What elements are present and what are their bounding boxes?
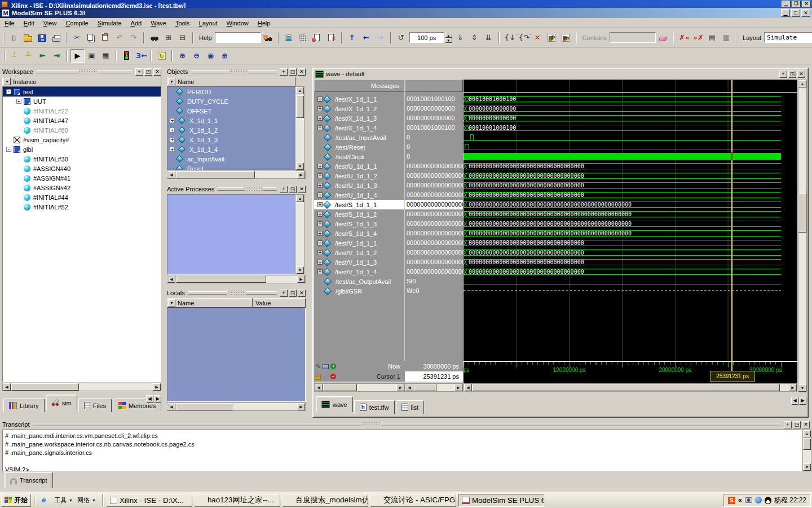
filter-next-button[interactable]: »✗ xyxy=(691,31,705,45)
scroll-down-icon[interactable]: ▼ xyxy=(803,463,811,471)
wave-name-test-reset[interactable]: /test/Reset xyxy=(314,142,404,152)
environment-up-button[interactable]: ↑ xyxy=(345,31,359,45)
sogou-icon[interactable]: S xyxy=(728,497,735,504)
maximize-button[interactable]: □ xyxy=(791,9,800,17)
print-button[interactable] xyxy=(49,31,63,45)
cursor-time-flag[interactable]: 25391231 ps xyxy=(710,371,755,382)
undock-icon[interactable]: ◳ xyxy=(289,290,297,297)
task-hao123[interactable]: hao123网址之家--... xyxy=(195,494,280,507)
scroll-left-icon[interactable]: ◀ xyxy=(167,403,175,410)
tab-scroll-left-icon[interactable]: ◀ xyxy=(146,395,153,403)
undock-icon[interactable]: ◳ xyxy=(144,68,152,76)
menu-tools[interactable]: Tools xyxy=(171,19,195,28)
wave-name-test-v-1d-1-3[interactable]: +/test/V_1d_1_3 xyxy=(314,257,404,267)
add-cursor-icon[interactable]: + xyxy=(330,364,336,369)
waveform-canvas[interactable]: 0001000100010000000000000000000000000000… xyxy=(464,80,797,361)
tree-node-initial-44[interactable]: #INITIAL#44 xyxy=(3,192,161,202)
wave-name-test-v-1d-1-2[interactable]: +/test/V_1d_1_2 xyxy=(314,248,404,257)
next-transition-button[interactable]: ⇥ xyxy=(50,49,64,63)
delete-cursor-button[interactable]: ╨ xyxy=(21,49,36,63)
tab-scroll-right-icon[interactable]: ▶ xyxy=(154,395,161,403)
filter-icon[interactable]: ▼ xyxy=(168,78,175,85)
titlebar[interactable]: M ModelSim SE PLUS 6.3f xyxy=(0,8,812,18)
workspace-panel-header[interactable]: Workspace + ◳ ✕ xyxy=(2,67,161,76)
scroll-down-icon[interactable]: ▼ xyxy=(798,384,806,392)
wave-name-glbl-gsr[interactable]: /glbl/GSR xyxy=(314,286,404,296)
undock-icon[interactable]: ◳ xyxy=(289,186,297,193)
scroll-thumb[interactable] xyxy=(798,193,806,233)
expander-icon[interactable]: + xyxy=(317,192,323,198)
wave-name-test-ac-outputavail[interactable]: /test/ac_OutputAvail xyxy=(314,277,404,286)
expander-icon[interactable]: + xyxy=(170,118,175,123)
now-row[interactable]: ✎ + Now xyxy=(314,361,405,371)
menu-view[interactable]: View xyxy=(39,19,61,28)
scroll-right-icon[interactable]: ▶ xyxy=(789,384,797,391)
scroll-up-icon[interactable]: ▲ xyxy=(296,87,304,94)
environment-back-button[interactable]: ← xyxy=(359,31,373,45)
objects-panel-header[interactable]: Objects + ◳ ✕ xyxy=(167,67,306,76)
scroll-thumb[interactable] xyxy=(176,171,255,178)
compile-all-button[interactable] xyxy=(296,31,310,45)
locals-name-column[interactable]: ▼ Name xyxy=(167,298,253,308)
expander-icon[interactable]: + xyxy=(317,212,323,217)
tree-node-vsim-capacity[interactable]: #vsim_capacity# xyxy=(3,135,161,144)
menu-wave[interactable]: Wave xyxy=(146,19,171,28)
menu-add[interactable]: Add xyxy=(126,19,147,28)
tree-node-uut[interactable]: +UUT xyxy=(3,97,161,106)
expander-icon[interactable]: - xyxy=(6,147,11,152)
object-period[interactable]: PERIOD xyxy=(167,87,295,97)
tree-node-assign-42[interactable]: #ASSIGN#42 xyxy=(3,183,161,192)
expander-icon[interactable]: + xyxy=(170,137,175,142)
panel-grip[interactable] xyxy=(33,423,781,426)
expander-icon[interactable]: + xyxy=(317,125,323,130)
zoom-full-button[interactable]: ◉ xyxy=(204,49,218,63)
close-button[interactable]: ✕ xyxy=(801,9,810,17)
dock-icon[interactable]: + xyxy=(280,186,288,193)
scroll-left-icon[interactable]: ◀ xyxy=(167,275,175,283)
scroll-up-icon[interactable]: ▲ xyxy=(296,195,304,202)
object-duty-cycle[interactable]: DUTY_CYCLE xyxy=(167,97,295,106)
scroll-thumb[interactable] xyxy=(296,95,304,118)
copy-button[interactable] xyxy=(84,31,98,45)
objects-column-header[interactable]: ▼ Name xyxy=(167,77,295,86)
expander-icon[interactable]: + xyxy=(317,260,323,265)
panel-grip[interactable] xyxy=(191,70,276,73)
active-processes-vscrollbar[interactable]: ▲▼ xyxy=(295,194,304,274)
scroll-thumb[interactable] xyxy=(176,403,232,410)
expander-icon[interactable]: - xyxy=(6,89,11,94)
menu-edit[interactable]: Edit xyxy=(19,19,39,28)
find-button[interactable] xyxy=(147,31,161,45)
workspace-tab-sim[interactable]: sim xyxy=(46,395,77,410)
dock-icon[interactable]: + xyxy=(779,71,787,78)
cursor-properties-icon[interactable] xyxy=(323,374,329,379)
run-button[interactable]: ⇓ xyxy=(453,31,467,45)
transcript-panel-header[interactable]: Transcript + ◳ ✕ xyxy=(2,420,810,429)
scroll-left-icon[interactable]: ◀ xyxy=(167,171,175,178)
wave-name-test-ac-inputavail[interactable]: /test/ac_InputAvail xyxy=(314,133,404,142)
edit-cursor-icon[interactable]: ✎ xyxy=(316,364,321,370)
start-button[interactable]: 开始 xyxy=(1,494,31,507)
help-input[interactable] xyxy=(215,32,261,43)
undock-icon[interactable]: ◳ xyxy=(289,68,297,76)
wave-tab-test-tfw[interactable]: test.tfw xyxy=(354,400,395,414)
values-hscrollbar[interactable]: ◀▶ xyxy=(405,383,463,392)
restart-button[interactable]: ↺ xyxy=(394,31,408,45)
lock-cursor-icon[interactable] xyxy=(316,376,321,380)
edit-mode-button[interactable]: ▦ xyxy=(99,49,113,63)
environment-forward-button[interactable]: → xyxy=(373,31,387,45)
zoom-mode-button[interactable]: ▣ xyxy=(85,49,99,63)
wave-window-titlebar[interactable]: wave - default + ◳ ✕ xyxy=(314,69,807,79)
workspace-tab-files[interactable]: Files xyxy=(78,398,112,412)
wave-name-test-s-1d-1-4[interactable]: +/test/S_1d_1_4 xyxy=(314,229,404,238)
expander-icon[interactable]: + xyxy=(170,147,175,152)
panel-grip[interactable] xyxy=(37,70,132,73)
wave-name-test-s-1d-1-2[interactable]: +/test/S_1d_1_2 xyxy=(314,209,404,219)
background-close-button[interactable]: ✕ xyxy=(802,1,811,7)
close-icon[interactable]: ✕ xyxy=(298,290,306,297)
object-x-1d-1-3[interactable]: +X_1d_1_3 xyxy=(167,135,295,144)
simulate-end-button[interactable] xyxy=(324,31,338,45)
wave-cursor[interactable] xyxy=(731,80,732,382)
scroll-thumb[interactable] xyxy=(323,384,357,391)
expander-icon[interactable]: + xyxy=(317,183,323,188)
camera-tray-icon[interactable] xyxy=(745,497,752,503)
